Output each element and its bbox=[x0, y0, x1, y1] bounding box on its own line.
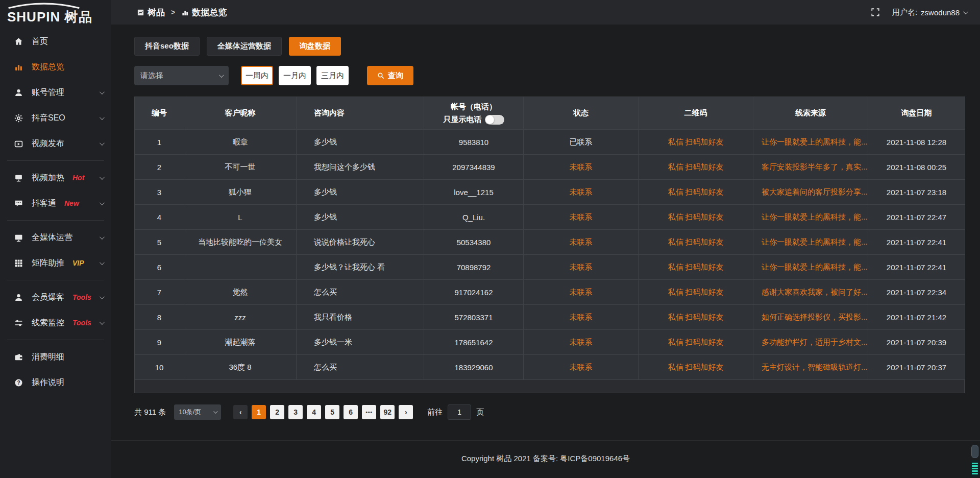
cell-source[interactable]: 如何正确选择投影仪，买投影... bbox=[753, 305, 868, 330]
cell-qrcode[interactable]: 私信 扫码加好友 bbox=[639, 180, 753, 205]
cell-source[interactable]: 被大家追着问的客厅投影分享... bbox=[753, 180, 868, 205]
sidebar-item-label: 账号管理 bbox=[32, 87, 64, 98]
sidebar-item-8[interactable]: 矩阵助推VIP bbox=[0, 250, 111, 276]
cell-qrcode[interactable]: 私信 扫码加好友 bbox=[639, 330, 753, 355]
sidebar-item-label: 首页 bbox=[32, 36, 48, 47]
sidebar-item-7[interactable]: 全媒体运营 bbox=[0, 225, 111, 250]
sidebar-item-0[interactable]: 首页 bbox=[0, 29, 111, 54]
sidebar-item-5[interactable]: 视频加热Hot bbox=[0, 165, 111, 190]
chevron-down-icon bbox=[100, 115, 105, 120]
chevron-down-icon bbox=[213, 409, 217, 413]
page-button-6[interactable]: 6 bbox=[344, 405, 358, 419]
cell-nickname bbox=[184, 255, 297, 280]
cell-date: 2021-11-07 21:42 bbox=[868, 305, 965, 330]
sidebar-item-11[interactable]: 消费明细 bbox=[0, 344, 111, 370]
search-button-label: 查询 bbox=[388, 71, 403, 81]
period-button-2[interactable]: 三月内 bbox=[316, 66, 349, 85]
cell-source[interactable]: 让你一眼就爱上的黑科技，能... bbox=[753, 205, 868, 230]
sidebar-item-10[interactable]: 线索监控Tools bbox=[0, 310, 111, 336]
cell-qrcode[interactable]: 私信 扫码加好友 bbox=[639, 230, 753, 255]
phone-only-toggle[interactable] bbox=[485, 115, 504, 125]
page-button-2[interactable]: 2 bbox=[270, 405, 284, 419]
cell-qrcode[interactable]: 私信 扫码加好友 bbox=[639, 205, 753, 230]
sidebar-item-6[interactable]: 抖客通New bbox=[0, 190, 111, 216]
page-size-select[interactable]: 10条/页 bbox=[174, 404, 221, 420]
tab-0[interactable]: 抖音seo数据 bbox=[134, 37, 200, 56]
breadcrumb-current[interactable]: 数据总览 bbox=[192, 7, 227, 18]
sidebar-item-label: 抖音SEO bbox=[32, 113, 65, 124]
cell-status: 未联系 bbox=[524, 180, 639, 205]
cell-account: 917024162 bbox=[424, 280, 524, 305]
next-page-button[interactable]: › bbox=[399, 405, 413, 419]
data-tabs: 抖音seo数据全媒体运营数据询盘数据 bbox=[134, 37, 965, 56]
pagination: 共 911 条 10条/页 ‹ 123456•••92 › 前往 页 bbox=[134, 404, 965, 420]
table-row: 4L多少钱Q_Liu.未联系私信 扫码加好友让你一眼就爱上的黑科技，能...20… bbox=[135, 205, 965, 230]
sidebar-item-label: 消费明细 bbox=[32, 352, 64, 363]
cell-source[interactable]: 多功能护栏灯，适用于乡村文... bbox=[753, 330, 868, 355]
cell-status: 未联系 bbox=[524, 280, 639, 305]
cell-qrcode[interactable]: 私信 扫码加好友 bbox=[639, 305, 753, 330]
content: 抖音seo数据全媒体运营数据询盘数据 请选择 一周内一月内三月内 查询 bbox=[111, 25, 980, 440]
cell-source[interactable]: 客厅安装投影半年多了，真实... bbox=[753, 155, 868, 180]
tab-1[interactable]: 全媒体运营数据 bbox=[207, 37, 282, 56]
sidebar-nav: 首页数据总览账号管理抖音SEO视频发布视频加热Hot抖客通New全媒体运营矩阵助… bbox=[0, 29, 111, 395]
cell-source[interactable]: 让你一眼就爱上的黑科技，能... bbox=[753, 130, 868, 155]
scrollbar-thumb[interactable] bbox=[971, 445, 978, 458]
table-row: 7觉然怎么买917024162未联系私信 扫码加好友感谢大家喜欢我家，被问了好.… bbox=[135, 280, 965, 305]
sidebar-item-4[interactable]: 视频发布 bbox=[0, 131, 111, 156]
prev-page-button[interactable]: ‹ bbox=[233, 405, 248, 419]
cell-qrcode[interactable]: 私信 扫码加好友 bbox=[639, 280, 753, 305]
search-button[interactable]: 查询 bbox=[367, 66, 413, 85]
sidebar-item-3[interactable]: 抖音SEO bbox=[0, 105, 111, 131]
tab-2[interactable]: 询盘数据 bbox=[289, 37, 341, 56]
cell-source[interactable]: 让你一眼就爱上的黑科技，能... bbox=[753, 230, 868, 255]
cell-qrcode[interactable]: 私信 扫码加好友 bbox=[639, 155, 753, 180]
table-row: 5当地比较能吃的一位美女说说价格让我死心50534380未联系私信 扫码加好友让… bbox=[135, 230, 965, 255]
sidebar-item-2[interactable]: 账号管理 bbox=[0, 80, 111, 105]
sidebar-item-badge: Hot bbox=[72, 174, 84, 182]
cell-source[interactable]: 感谢大家喜欢我家，被问了好... bbox=[753, 280, 868, 305]
wallet-icon bbox=[14, 353, 24, 362]
page-button-•••[interactable]: ••• bbox=[362, 405, 376, 419]
chevron-down-icon bbox=[963, 9, 968, 14]
page-button-4[interactable]: 4 bbox=[307, 405, 321, 419]
cell-account: Q_Liu. bbox=[424, 205, 524, 230]
sidebar-item-label: 抖客通 bbox=[32, 198, 56, 209]
page-button-92[interactable]: 92 bbox=[380, 405, 395, 419]
period-button-0[interactable]: 一周内 bbox=[241, 66, 273, 85]
goto-page-input[interactable] bbox=[448, 404, 471, 420]
page-button-5[interactable]: 5 bbox=[325, 405, 339, 419]
cell-status: 未联系 bbox=[524, 205, 639, 230]
cell-nickname: 狐小狸 bbox=[184, 180, 297, 205]
page-button-3[interactable]: 3 bbox=[288, 405, 303, 419]
cell-status: 未联系 bbox=[524, 305, 639, 330]
cell-status: 未联系 bbox=[524, 230, 639, 255]
cell-account: 9583810 bbox=[424, 130, 524, 155]
filter-select[interactable]: 请选择 bbox=[134, 66, 229, 85]
sidebar-item-12[interactable]: ?操作说明 bbox=[0, 370, 111, 395]
cell-qrcode[interactable]: 私信 扫码加好友 bbox=[639, 130, 753, 155]
period-button-1[interactable]: 一月内 bbox=[279, 66, 311, 85]
cell-qrcode[interactable]: 私信 扫码加好友 bbox=[639, 255, 753, 280]
table-header-row: 编号 客户昵称 咨询内容 帐号（电话） 只显示电话 状态 bbox=[135, 97, 965, 130]
fullscreen-icon[interactable] bbox=[871, 8, 880, 17]
sidebar-item-1[interactable]: 数据总览 bbox=[0, 54, 111, 80]
page-button-1[interactable]: 1 bbox=[252, 405, 266, 419]
user-menu[interactable]: 用户名: zswodun88 bbox=[892, 8, 967, 17]
logo-cn: 树品 bbox=[64, 9, 93, 25]
sidebar-item-9[interactable]: 会员爆客Tools bbox=[0, 284, 111, 310]
app-logo: SHUPIN树品 bbox=[0, 0, 111, 29]
chart-mini-icon bbox=[181, 9, 189, 16]
sidebar: SHUPIN树品 首页数据总览账号管理抖音SEO视频发布视频加热Hot抖客通Ne… bbox=[0, 0, 111, 478]
cell-id: 6 bbox=[135, 255, 184, 280]
logo-en: SHUPIN bbox=[7, 9, 60, 25]
cell-content: 多少钱 bbox=[297, 130, 424, 155]
search-icon bbox=[377, 72, 384, 79]
breadcrumb-root[interactable]: 树品 bbox=[148, 7, 165, 18]
chevron-down-icon bbox=[100, 175, 105, 180]
cell-source[interactable]: 让你一眼就爱上的黑科技，能... bbox=[753, 255, 868, 280]
cell-qrcode[interactable]: 私信 扫码加好友 bbox=[639, 355, 753, 380]
page-buttons: 123456•••92 bbox=[252, 405, 395, 419]
cell-source[interactable]: 无主灯设计，智能磁吸轨道灯... bbox=[753, 355, 868, 380]
cell-content: 说说价格让我死心 bbox=[297, 230, 424, 255]
